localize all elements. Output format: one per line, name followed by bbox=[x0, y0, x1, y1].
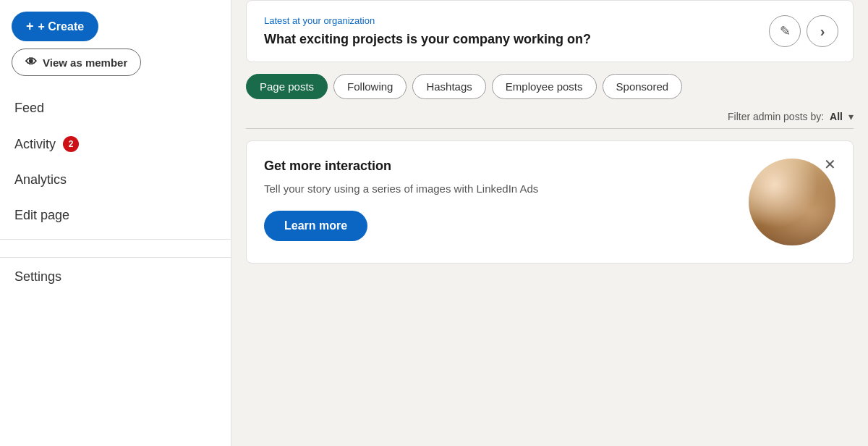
feed-label: Feed bbox=[14, 101, 44, 116]
view-as-member-button[interactable]: 👁 View as member bbox=[12, 49, 141, 76]
sidebar-item-feed[interactable]: Feed bbox=[0, 91, 231, 126]
activity-badge: 2 bbox=[63, 136, 79, 152]
tab-sponsored-label: Sponsored bbox=[616, 80, 669, 93]
settings-label: Settings bbox=[14, 269, 61, 285]
filter-bar: Filter admin posts by: All ▾ bbox=[246, 111, 854, 129]
close-icon: ✕ bbox=[824, 156, 836, 173]
close-interaction-card-button[interactable]: ✕ bbox=[818, 153, 841, 176]
activity-label: Activity bbox=[14, 137, 56, 152]
filter-all-value[interactable]: All bbox=[830, 111, 843, 122]
learn-more-label: Learn more bbox=[284, 219, 347, 232]
filter-bar-label: Filter admin posts by: bbox=[728, 111, 824, 122]
tab-hashtags[interactable]: Hashtags bbox=[412, 74, 485, 99]
interaction-title: Get more interaction bbox=[264, 159, 734, 174]
prompt-text: What exciting projects is your company w… bbox=[264, 32, 769, 47]
tab-sponsored[interactable]: Sponsored bbox=[603, 74, 683, 99]
eye-icon: 👁 bbox=[25, 56, 37, 69]
sidebar-item-edit-page[interactable]: Edit page bbox=[0, 198, 231, 233]
tab-page-posts[interactable]: Page posts bbox=[246, 74, 328, 99]
filter-chevron-icon[interactable]: ▾ bbox=[848, 111, 854, 122]
edit-prompt-button[interactable]: ✎ bbox=[769, 15, 801, 47]
tab-employee-posts-label: Employee posts bbox=[506, 80, 583, 93]
plus-icon: + bbox=[26, 19, 34, 34]
edit-icon: ✎ bbox=[780, 23, 791, 39]
tab-following-label: Following bbox=[347, 80, 393, 93]
sidebar-nav: Feed Activity 2 Analytics Edit page Sett… bbox=[0, 91, 231, 295]
interaction-card: Get more interaction Tell your story usi… bbox=[246, 140, 854, 264]
prompt-card: Latest at your organization What excitin… bbox=[246, 0, 854, 62]
interaction-card-left: Get more interaction Tell your story usi… bbox=[264, 159, 734, 241]
tab-employee-posts[interactable]: Employee posts bbox=[492, 74, 597, 99]
sidebar-item-settings[interactable]: Settings bbox=[0, 257, 231, 295]
analytics-label: Analytics bbox=[14, 172, 67, 188]
main-content: Latest at your organization What excitin… bbox=[231, 0, 868, 446]
learn-more-button[interactable]: Learn more bbox=[264, 211, 367, 241]
interaction-description: Tell your story using a series of images… bbox=[264, 181, 597, 196]
sidebar: + + Create 👁 View as member Feed Activit… bbox=[0, 0, 231, 446]
next-prompt-button[interactable]: › bbox=[807, 15, 838, 47]
prompt-card-left: Latest at your organization What excitin… bbox=[264, 15, 769, 47]
edit-page-label: Edit page bbox=[14, 208, 69, 223]
prompt-card-actions: ✎ › bbox=[769, 15, 838, 47]
tab-page-posts-label: Page posts bbox=[260, 80, 314, 93]
sidebar-item-activity[interactable]: Activity 2 bbox=[0, 126, 231, 162]
sidebar-item-analytics[interactable]: Analytics bbox=[0, 162, 231, 198]
sidebar-divider bbox=[0, 239, 231, 240]
tab-following[interactable]: Following bbox=[333, 74, 407, 99]
create-button[interactable]: + + Create bbox=[12, 12, 98, 41]
prompt-label: Latest at your organization bbox=[264, 15, 769, 26]
create-label: + Create bbox=[38, 20, 85, 33]
chevron-right-icon: › bbox=[820, 23, 825, 40]
tab-hashtags-label: Hashtags bbox=[426, 80, 472, 93]
view-member-label: View as member bbox=[43, 56, 127, 69]
filter-tabs: Page posts Following Hashtags Employee p… bbox=[246, 74, 854, 99]
